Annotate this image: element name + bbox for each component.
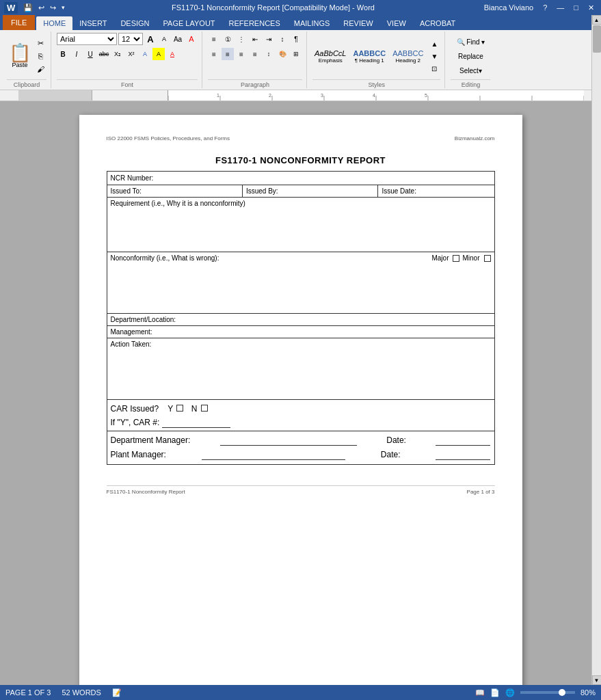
view-web-btn[interactable]: 🌐 — [505, 688, 515, 697]
strikethrough-button[interactable]: abc — [98, 48, 110, 60]
ruler: 1 2 3 4 5 — [0, 90, 601, 101]
scroll-track[interactable] — [592, 25, 602, 675]
maximize-button[interactable]: □ — [571, 3, 581, 12]
font-size-select[interactable]: 12 — [118, 33, 143, 45]
style-heading2[interactable]: AABBCC Heading 2 — [390, 47, 425, 66]
close-button[interactable]: ✕ — [585, 3, 597, 12]
line-spacing-button[interactable]: ↕ — [263, 48, 275, 60]
style-heading1[interactable]: AABBCC ¶ Heading 1 — [351, 47, 388, 66]
borders-button[interactable]: ⊞ — [290, 48, 302, 60]
zoom-slider[interactable] — [520, 691, 575, 694]
shading-button[interactable]: 🎨 — [276, 48, 289, 60]
tab-mailings[interactable]: MAILINGS — [287, 16, 337, 30]
bold-button[interactable]: B — [57, 48, 69, 60]
status-left: PAGE 1 OF 3 52 WORDS 📝 — [5, 688, 122, 697]
grow-font-button[interactable]: A — [144, 33, 157, 45]
footer-center: Page 1 of 3 — [467, 489, 495, 495]
vertical-scrollbar[interactable]: ▲ ▼ — [591, 15, 601, 685]
styles-more[interactable]: ⊡ — [428, 62, 440, 75]
tab-page-layout[interactable]: PAGE LAYOUT — [157, 16, 222, 30]
tab-acrobat[interactable]: ACROBAT — [413, 16, 462, 30]
style-heading1-preview: AABBCC — [353, 49, 386, 57]
requirement-label: Requirement (i.e., Why it is a nonconfor… — [111, 200, 245, 207]
mgmt-cell: Management: — [107, 326, 494, 338]
car-number-label: If "Y", CAR #: — [111, 418, 160, 427]
dept-manager-date-field[interactable] — [436, 435, 490, 446]
multilevel-button[interactable]: ⋮ — [235, 33, 248, 45]
tab-file[interactable]: FILE — [3, 15, 35, 30]
nonconformity-label: Nonconformity (i.e., What is wrong): — [111, 254, 219, 262]
editing-label: Editing — [451, 79, 490, 88]
paste-button[interactable]: 📋 Paste — [7, 42, 33, 70]
underline-button[interactable]: U — [84, 48, 96, 60]
car-y-checkbox[interactable] — [176, 405, 183, 412]
clear-format-button[interactable]: A — [185, 33, 198, 45]
tab-home[interactable]: HOME — [36, 16, 72, 30]
decrease-indent-button[interactable]: ⇤ — [249, 33, 261, 45]
select-button[interactable]: Select ▾ — [451, 64, 490, 77]
change-case-button[interactable]: Aa — [172, 33, 184, 45]
replace-button[interactable]: Replace — [451, 50, 490, 62]
ribbon: 📋 Paste ✂ ⎘ 🖌 Clipboard Arial 12 A A — [0, 30, 601, 90]
highlight-button[interactable]: A — [152, 48, 165, 60]
quick-save[interactable]: 💾 — [23, 3, 33, 12]
tab-review[interactable]: REVIEW — [336, 16, 379, 30]
copy-button[interactable]: ⎘ — [34, 50, 46, 62]
tab-design[interactable]: DESIGN — [113, 16, 156, 30]
plant-manager-date-label: Date: — [381, 450, 401, 460]
proofing-icon[interactable]: 📝 — [112, 688, 122, 697]
requirement-row: Requirement (i.e., Why it is a nonconfor… — [107, 198, 494, 252]
requirement-cell: Requirement (i.e., Why it is a nonconfor… — [107, 198, 494, 252]
styles-scroll-down[interactable]: ▼ — [428, 50, 440, 62]
minor-label: Minor — [462, 254, 479, 262]
car-number-field[interactable] — [162, 418, 230, 428]
plant-manager-date-field[interactable] — [436, 450, 490, 460]
help-button[interactable]: ? — [540, 3, 550, 12]
bullets-button[interactable]: ≡ — [208, 33, 220, 45]
scroll-down-arrow[interactable]: ▼ — [592, 675, 602, 685]
justify-button[interactable]: ≡ — [249, 48, 261, 60]
style-emphasis-label: Emphasis — [319, 57, 343, 64]
tab-references[interactable]: REFERENCES — [222, 16, 287, 30]
tab-insert[interactable]: INSERT — [72, 16, 113, 30]
align-right-button[interactable]: ≡ — [235, 48, 248, 60]
action-label: Action Taken: — [111, 340, 152, 348]
sort-button[interactable]: ↕ — [276, 33, 289, 45]
view-print-btn[interactable]: 📄 — [490, 688, 500, 697]
undo-btn[interactable]: ↩ — [38, 3, 44, 12]
document-title: FS1170-1 NONCONFORMITY REPORT — [107, 155, 495, 165]
minimize-button[interactable]: — — [554, 3, 567, 12]
action-row: Action Taken: — [107, 338, 494, 400]
car-n-checkbox[interactable] — [201, 405, 208, 412]
find-button[interactable]: 🔍 Find ▾ — [451, 36, 490, 48]
align-center-button[interactable]: ≡ — [222, 48, 234, 60]
styles-scroll-up[interactable]: ▲ — [428, 38, 440, 50]
subscript-button[interactable]: X₂ — [111, 48, 124, 60]
minor-checkbox[interactable] — [484, 255, 491, 262]
major-checkbox[interactable] — [453, 255, 459, 262]
redo-btn[interactable]: ↪ — [50, 3, 56, 12]
scroll-thumb[interactable] — [593, 25, 601, 53]
numbering-button[interactable]: ① — [222, 33, 234, 45]
superscript-button[interactable]: X² — [125, 48, 137, 60]
increase-indent-button[interactable]: ⇥ — [263, 33, 275, 45]
zoom-level[interactable]: 80% — [580, 688, 596, 697]
text-effect-button[interactable]: A — [139, 48, 151, 60]
style-emphasis[interactable]: AaBbCcL Emphasis — [312, 47, 348, 66]
tab-view[interactable]: VIEW — [380, 16, 413, 30]
show-formatting-button[interactable]: ¶ — [290, 33, 302, 45]
font-name-select[interactable]: Arial — [57, 33, 117, 45]
style-heading2-label: Heading 2 — [396, 57, 420, 64]
zoom-thumb[interactable] — [559, 689, 565, 696]
format-painter-button[interactable]: 🖌 — [34, 63, 46, 75]
align-left-button[interactable]: ≡ — [208, 48, 220, 60]
plant-manager-field[interactable] — [202, 450, 345, 460]
ncr-cell: NCR Number: — [107, 172, 494, 185]
dept-manager-field[interactable] — [220, 435, 357, 446]
view-read-btn[interactable]: 📖 — [475, 688, 485, 697]
cut-button[interactable]: ✂ — [34, 37, 46, 49]
shrink-font-button[interactable]: A — [158, 33, 170, 45]
italic-button[interactable]: I — [70, 48, 83, 60]
scroll-up-arrow[interactable]: ▲ — [592, 15, 602, 25]
font-color-button[interactable]: A — [166, 48, 178, 60]
